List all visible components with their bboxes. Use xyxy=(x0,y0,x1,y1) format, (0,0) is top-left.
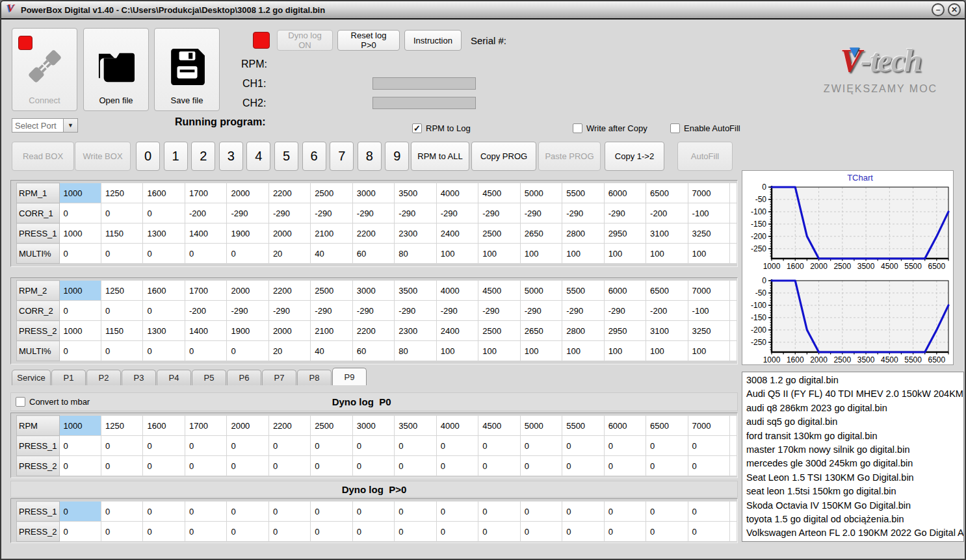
grid-cell[interactable]: 0 xyxy=(185,502,226,522)
grid-cell[interactable]: 2000 xyxy=(227,416,268,436)
grid-cell[interactable]: 60 xyxy=(352,244,394,264)
grid-cell[interactable]: 0 xyxy=(311,502,352,522)
grid-cell[interactable]: 2000 xyxy=(268,223,310,244)
grid-cell[interactable]: 5500 xyxy=(562,281,604,301)
grid-cell[interactable]: 0 xyxy=(185,436,226,456)
grid-cell[interactable]: -200 xyxy=(185,301,226,321)
grid-cell[interactable]: 100 xyxy=(520,244,562,264)
grid-cell[interactable]: 6000 xyxy=(604,281,646,301)
grid-cell[interactable]: 0 xyxy=(143,456,185,476)
grid-cell[interactable]: -290 xyxy=(311,203,352,223)
grid-cell[interactable]: 0 xyxy=(520,502,562,522)
grid-cell[interactable]: 0 xyxy=(646,456,688,476)
grid-cell[interactable]: 7000 xyxy=(688,416,729,436)
grid-cell[interactable]: 0 xyxy=(688,436,729,456)
grid-cell[interactable]: 0 xyxy=(436,522,478,542)
grid-cell[interactable]: 3250 xyxy=(688,223,729,244)
grid-cell[interactable]: 2300 xyxy=(395,321,436,341)
grid-cell[interactable]: -290 xyxy=(478,203,520,223)
file-item[interactable]: Seat Leon 1.5 TSI 130KM Go Digital.bin xyxy=(746,471,963,485)
grid-cell[interactable]: 0 xyxy=(478,522,520,542)
grid-cell[interactable]: 0 xyxy=(143,301,185,321)
digit-9-button[interactable]: 9 xyxy=(385,142,409,171)
grid-cell[interactable]: 0 xyxy=(395,456,436,476)
grid-cell[interactable]: 20 xyxy=(268,244,310,264)
grid-cell[interactable]: 0 xyxy=(59,456,101,476)
grid-cell[interactable]: 0 xyxy=(143,341,185,361)
grid-cell[interactable]: 1600 xyxy=(143,183,185,203)
grid-cell[interactable]: 3000 xyxy=(352,416,394,436)
grid-cell[interactable]: 0 xyxy=(352,522,394,542)
grid-cell[interactable]: 0 xyxy=(352,456,394,476)
grid-cell[interactable]: 6500 xyxy=(646,183,688,203)
grid-cell[interactable]: 1700 xyxy=(185,281,226,301)
grid-cell[interactable]: 1250 xyxy=(101,183,143,203)
grid-cell[interactable]: 2100 xyxy=(311,321,352,341)
grid-cell[interactable]: 1000 xyxy=(59,183,101,203)
grid-cell[interactable]: -100 xyxy=(688,203,729,223)
grid-cell[interactable]: 100 xyxy=(604,244,646,264)
grid-cell[interactable]: 0 xyxy=(520,522,562,542)
grid-cell[interactable]: 0 xyxy=(59,522,101,542)
grid-cell[interactable]: 2200 xyxy=(268,416,310,436)
grid-cell[interactable]: 0 xyxy=(143,244,185,264)
grid-cell[interactable]: 0 xyxy=(311,436,352,456)
grid-cell[interactable]: 1000 xyxy=(59,281,101,301)
grid-cell[interactable]: 2500 xyxy=(311,183,352,203)
grid-cell[interactable]: 100 xyxy=(478,244,520,264)
convert-to-mbar-checkbox[interactable]: Convert to mbar xyxy=(16,397,90,407)
digit-3-button[interactable]: 3 xyxy=(219,142,243,171)
grid-cell[interactable]: 2200 xyxy=(268,281,310,301)
grid-cell[interactable]: -290 xyxy=(562,301,604,321)
write-box-button[interactable]: Write BOX xyxy=(75,142,131,171)
grid-cell[interactable]: 0 xyxy=(227,456,268,476)
grid-cell[interactable]: 0 xyxy=(101,502,143,522)
tab-p3[interactable]: P3 xyxy=(122,370,156,385)
file-item[interactable]: Volkswagen Arteon FL 2.0 190KM 2022 Go D… xyxy=(746,526,963,540)
grid-cell[interactable]: 4000 xyxy=(436,183,478,203)
grid-cell[interactable]: 6000 xyxy=(604,416,646,436)
grid-cell[interactable]: 3500 xyxy=(395,183,436,203)
grid-cell[interactable]: 2000 xyxy=(227,183,268,203)
grid-cell[interactable]: -290 xyxy=(604,203,646,223)
grid-cell[interactable]: -290 xyxy=(352,203,394,223)
grid-cell[interactable]: 0 xyxy=(59,341,101,361)
grid-cell[interactable]: 0 xyxy=(478,456,520,476)
grid-cell[interactable]: 0 xyxy=(59,502,101,522)
grid-cell[interactable]: 100 xyxy=(562,341,604,361)
grid-cell[interactable]: 100 xyxy=(562,244,604,264)
grid-cell[interactable]: 0 xyxy=(101,301,143,321)
grid-cell[interactable]: 5000 xyxy=(520,183,562,203)
grid-cell[interactable]: 4500 xyxy=(478,281,520,301)
grid-cell[interactable]: -290 xyxy=(436,203,478,223)
grid-cell[interactable]: 3500 xyxy=(395,281,436,301)
grid-cell[interactable]: 2500 xyxy=(478,321,520,341)
dyno-log-on-button[interactable]: Dyno log ON xyxy=(277,30,333,51)
grid-cell[interactable]: 0 xyxy=(227,502,268,522)
tab-p6[interactable]: P6 xyxy=(227,370,261,385)
tab-p9[interactable]: P9 xyxy=(332,368,367,385)
grid-cell[interactable]: 2400 xyxy=(436,321,478,341)
grid-cell[interactable]: 4000 xyxy=(436,416,478,436)
grid-cell[interactable]: 0 xyxy=(59,244,101,264)
grid-cell[interactable]: 2800 xyxy=(562,223,604,244)
grid-cell[interactable]: 0 xyxy=(562,502,604,522)
grid-cell[interactable]: 1400 xyxy=(185,223,226,244)
grid-cell[interactable]: 2800 xyxy=(562,321,604,341)
grid-cell[interactable]: -290 xyxy=(227,203,268,223)
grid-cell[interactable]: 7000 xyxy=(688,183,729,203)
tab-p8[interactable]: P8 xyxy=(297,370,332,385)
grid-cell[interactable]: 0 xyxy=(478,502,520,522)
grid-cell[interactable]: -290 xyxy=(478,301,520,321)
grid-cell[interactable]: 0 xyxy=(436,456,478,476)
grid-cell[interactable]: 1600 xyxy=(143,281,185,301)
grid-cell[interactable]: 1150 xyxy=(101,223,143,244)
grid-cell[interactable]: 2200 xyxy=(352,321,394,341)
grid-cell[interactable]: 1000 xyxy=(59,321,101,341)
reset-log-button[interactable]: Reset log P>0 xyxy=(337,30,400,51)
grid-cell[interactable]: -290 xyxy=(395,203,436,223)
file-item[interactable]: mercedes gle 300d 245km go digital.bin xyxy=(746,457,963,470)
tab-p2[interactable]: P2 xyxy=(86,370,121,385)
close-button[interactable]: ✕ xyxy=(948,3,961,16)
autofill-button[interactable]: AutoFill xyxy=(677,142,733,171)
